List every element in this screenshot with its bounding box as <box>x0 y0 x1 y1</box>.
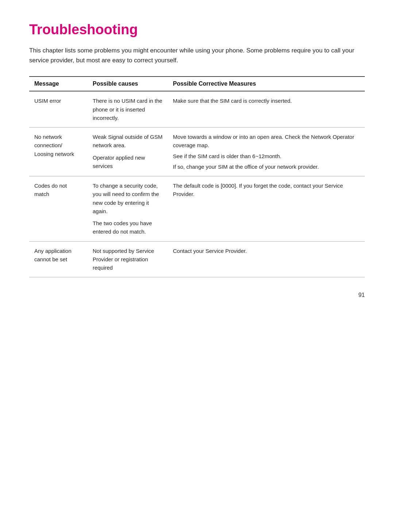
cell-message: Any application cannot be set <box>29 241 88 277</box>
page-number: 91 <box>29 292 365 298</box>
col-header-causes: Possible causes <box>88 77 168 91</box>
cell-corrective: Move towards a window or into an open ar… <box>168 128 365 176</box>
col-header-message: Message <box>29 77 88 91</box>
cell-causes: To change a security code, you will need… <box>88 176 168 242</box>
troubleshooting-table: Message Possible causes Possible Correct… <box>29 76 365 277</box>
intro-paragraph: This chapter lists some problems you mig… <box>29 46 365 65</box>
cell-corrective: Make sure that the SIM card is correctly… <box>168 91 365 127</box>
cell-corrective: Contact your Service Provider. <box>168 241 365 277</box>
cell-corrective: The default code is [0000]. If you forge… <box>168 176 365 242</box>
cell-message: No network connection/ Loosing network <box>29 128 88 176</box>
table-row: USIM errorThere is no USIM card in the p… <box>29 91 365 127</box>
cell-causes: Not supported by Service Provider or reg… <box>88 241 168 277</box>
table-row: No network connection/ Loosing networkWe… <box>29 128 365 176</box>
cell-causes: Weak Signal outside of GSM network area.… <box>88 128 168 176</box>
cell-message: USIM error <box>29 91 88 127</box>
table-row: Any application cannot be setNot support… <box>29 241 365 277</box>
page-title: Troubleshooting <box>29 22 365 38</box>
cell-message: Codes do not match <box>29 176 88 242</box>
cell-causes: There is no USIM card in the phone or it… <box>88 91 168 127</box>
col-header-corrective: Possible Corrective Measures <box>168 77 365 91</box>
table-row: Codes do not matchTo change a security c… <box>29 176 365 242</box>
